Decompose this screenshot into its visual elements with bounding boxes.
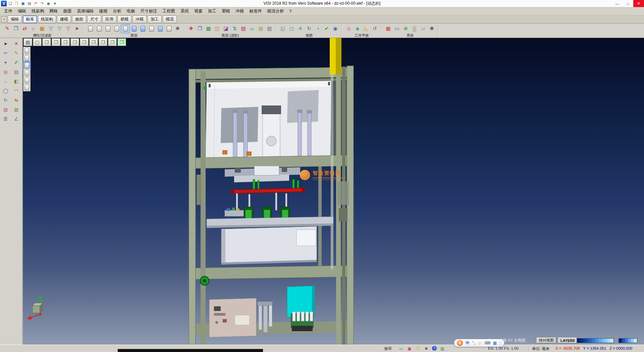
status-settings-icon[interactable]: ✱ <box>424 346 429 351</box>
annotate-tool-icon[interactable]: ✐ <box>12 58 20 67</box>
filter-line-icon[interactable] <box>23 54 31 62</box>
close-button[interactable]: ✕ <box>633 0 644 7</box>
workplane-standard-icon[interactable]: ◇ <box>344 25 353 33</box>
delete-tool-icon[interactable]: ✕ <box>12 40 20 48</box>
module-tab[interactable]: 标准 <box>23 15 37 23</box>
view-right-icon[interactable]: ❒ <box>70 38 79 46</box>
system-globe-icon[interactable]: ⊕ <box>401 25 410 33</box>
menu-item[interactable]: 网格 <box>47 7 61 15</box>
zoom-window-icon[interactable]: ◻ <box>287 25 296 33</box>
snap-tool-icon[interactable]: ◎ <box>1 68 10 76</box>
menu-item[interactable]: 线架构 <box>29 7 47 15</box>
notes-tool-icon[interactable]: ▤ <box>12 68 20 76</box>
color-segment[interactable] <box>625 339 628 343</box>
menu-item[interactable]: 建模 <box>97 7 110 15</box>
filter-arc-icon[interactable] <box>23 61 31 69</box>
layer-adv-view-icon[interactable]: ❖ <box>187 25 195 33</box>
view-bottom-icon[interactable]: ❒ <box>99 38 107 46</box>
ime-chinese-mode[interactable]: 中 <box>466 340 470 346</box>
menu-item[interactable]: 加工 <box>205 7 219 15</box>
absolute-view-indicator[interactable]: 绝对视图 <box>537 338 556 343</box>
status-image-icon[interactable]: ▣ <box>407 346 412 351</box>
module-tab[interactable]: 线架构 <box>38 15 56 23</box>
module-tab[interactable]: 应用 <box>102 15 116 23</box>
layer-visibility-icon[interactable] <box>130 25 138 33</box>
plane-settings-icon[interactable]: ▱ <box>419 25 427 33</box>
zoom-extents-icon[interactable]: ◱ <box>279 25 287 33</box>
tab-overflow-button[interactable]: ▾ <box>1 16 7 22</box>
module-tab[interactable]: 尺寸 <box>87 15 101 23</box>
trim-tool-icon[interactable]: ✂ <box>1 49 10 57</box>
color-segment[interactable] <box>589 339 592 343</box>
color-segment[interactable] <box>601 339 604 343</box>
menu-item[interactable]: 视窗 <box>192 7 205 15</box>
minimize-button[interactable]: — <box>612 0 623 7</box>
undo-icon[interactable]: ↶ <box>33 1 39 6</box>
menu-item[interactable]: 塑模 <box>219 7 233 15</box>
view-back-icon[interactable]: ❒ <box>89 38 98 46</box>
units-indicator[interactable]: 单位: 毫米 <box>532 346 549 351</box>
color-segment[interactable] <box>580 339 583 343</box>
layer-all-icon[interactable] <box>147 25 156 33</box>
color-segment[interactable] <box>586 339 589 343</box>
module-tab[interactable]: 塑模 <box>117 15 131 23</box>
workplane-auto-icon[interactable]: ◈ <box>353 25 362 33</box>
view-front-icon[interactable]: ❒ <box>61 38 70 46</box>
workplane-3point-icon[interactable]: ◺ <box>362 25 370 33</box>
color-segment[interactable] <box>631 339 634 343</box>
color-palette-bar[interactable] <box>577 338 614 343</box>
filter-solid-icon[interactable] <box>23 84 31 91</box>
layer-adv-split-icon[interactable]: ◫ <box>213 25 221 33</box>
visi-logo[interactable]: V <box>1 1 7 6</box>
status-help-icon[interactable]: ? <box>432 346 437 351</box>
rotate-view-icon[interactable]: ↻ <box>305 25 313 33</box>
arc-tool-icon[interactable]: ◠ <box>12 87 20 95</box>
filter-elements-icon[interactable]: ▽ <box>47 25 55 33</box>
accept-view-icon[interactable]: ✔ <box>322 25 331 33</box>
view-axon-icon[interactable]: ❒ <box>108 38 117 46</box>
menu-item[interactable]: 编辑 <box>15 7 29 15</box>
filter-remove-icon[interactable]: ▽ <box>64 25 72 33</box>
measure-tool-icon[interactable]: ∠ <box>12 115 20 123</box>
layer-adv-pair-icon[interactable]: ❐ <box>196 25 204 33</box>
ime-keyboard-icon[interactable]: ⌨ <box>484 341 490 345</box>
layer-copy-icon[interactable] <box>104 25 112 33</box>
color-segment[interactable] <box>583 339 586 343</box>
ime-logo-icon[interactable]: S <box>457 340 463 346</box>
layer-adv-group-icon[interactable]: ▩ <box>204 25 213 33</box>
ime-punctuation-icon[interactable]: °, <box>472 341 475 345</box>
layers-tool-icon[interactable]: ☰ <box>1 115 10 123</box>
color-segment[interactable] <box>598 339 601 343</box>
view-left-icon[interactable]: ❒ <box>80 38 89 46</box>
module-tab[interactable]: 建模 <box>57 15 71 23</box>
view-iso-icon[interactable]: ❒ <box>42 38 51 46</box>
maximize-button[interactable]: □ <box>623 0 633 7</box>
filter-add-icon[interactable]: ▽ <box>55 25 64 33</box>
view-top-icon[interactable]: ❒ <box>52 38 60 46</box>
ime-grip-handle[interactable] <box>499 341 501 345</box>
active-layer-indicator[interactable]: LAYER0 <box>558 338 577 343</box>
layer-adv-link-icon[interactable]: ∞ <box>248 25 256 33</box>
color-segment[interactable] <box>634 339 637 343</box>
layer-isolate-icon[interactable] <box>156 25 164 33</box>
module-tab[interactable]: 模流 <box>163 15 177 23</box>
view-shaded-cube-icon[interactable]: ❒ <box>117 38 126 46</box>
menu-item[interactable]: 分析 <box>110 7 124 15</box>
monitor-icon[interactable]: ▭ <box>393 25 401 33</box>
filter-point-icon[interactable] <box>23 47 31 54</box>
view-layers-icon[interactable]: ▤ <box>23 38 32 46</box>
color-palette-bar-secondary[interactable] <box>619 338 637 343</box>
modify-attributes-icon[interactable]: ✎ <box>3 25 11 33</box>
layer-adv-filter-icon[interactable]: ▥ <box>265 25 274 33</box>
menu-item[interactable]: 模流分析 <box>265 7 287 15</box>
color-segment[interactable] <box>604 339 607 343</box>
color-segment[interactable] <box>628 339 631 343</box>
ime-toolbox-icon[interactable]: ▦ <box>493 341 497 345</box>
color-segment[interactable] <box>595 339 598 343</box>
layer-current-icon[interactable] <box>121 25 129 33</box>
attribute-table-icon[interactable]: ▦ <box>38 25 46 33</box>
layer-merge-icon[interactable] <box>165 25 173 33</box>
copy-attributes-icon[interactable]: ❐ <box>12 25 20 33</box>
menu-item[interactable]: 文件 <box>1 7 15 15</box>
mirror-tool-icon[interactable]: ⇆ <box>12 96 20 104</box>
